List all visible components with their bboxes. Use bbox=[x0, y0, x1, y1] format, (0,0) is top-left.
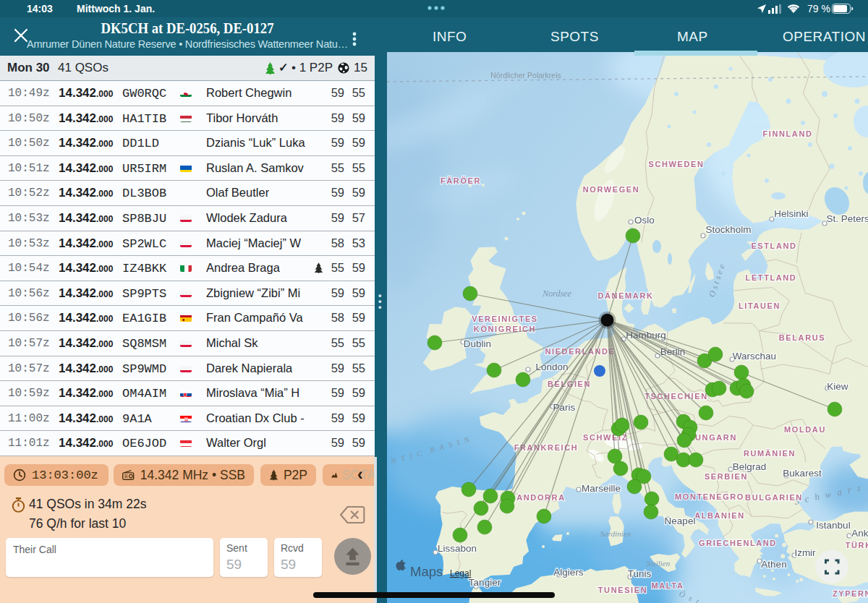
svg-text:Oslo: Oslo bbox=[634, 215, 655, 226]
svg-text:DÄNEMARK: DÄNEMARK bbox=[598, 291, 654, 300]
svg-text:MOLDAU: MOLDAU bbox=[784, 425, 826, 434]
svg-text:Kiew: Kiew bbox=[827, 381, 848, 392]
svg-text:NORWEGEN: NORWEGEN bbox=[583, 185, 640, 194]
svg-text:KÖNIGREICH: KÖNIGREICH bbox=[474, 325, 536, 333]
svg-text:TUNESIEN: TUNESIEN bbox=[598, 586, 647, 594]
svg-text:SERBIEN: SERBIEN bbox=[705, 472, 748, 481]
svg-text:BELARUS: BELARUS bbox=[779, 333, 825, 342]
svg-text:Neapel: Neapel bbox=[665, 516, 696, 526]
svg-text:Stockholm: Stockholm bbox=[705, 224, 751, 235]
svg-text:Belgrad: Belgrad bbox=[733, 461, 767, 472]
svg-text:UNGARN: UNGARN bbox=[695, 433, 737, 442]
svg-text:Helsinki: Helsinki bbox=[774, 208, 808, 219]
svg-text:VEREINIGTES: VEREINIGTES bbox=[472, 315, 538, 323]
svg-text:LETTLAND: LETTLAND bbox=[746, 273, 797, 282]
svg-text:Algiers: Algiers bbox=[553, 567, 584, 578]
svg-text:BULGARIEN: BULGARIEN bbox=[745, 493, 803, 502]
svg-text:Sardinien: Sardinien bbox=[600, 529, 631, 538]
svg-text:ESTLAND: ESTLAND bbox=[751, 241, 796, 250]
svg-text:Izmir: Izmir bbox=[794, 547, 816, 558]
svg-text:Lissabon: Lissabon bbox=[438, 543, 477, 554]
svg-text:Tunis: Tunis bbox=[628, 568, 652, 579]
svg-text:Maps: Maps bbox=[410, 564, 443, 579]
svg-text:TÜRKEI: TÜRKEI bbox=[846, 541, 868, 549]
svg-text:ALBANIEN: ALBANIEN bbox=[694, 511, 745, 520]
svg-text:Tangier: Tangier bbox=[469, 577, 501, 588]
svg-text:MALTA: MALTA bbox=[652, 581, 684, 590]
svg-text:Ank: Ank bbox=[851, 528, 868, 539]
svg-text:Legal: Legal bbox=[450, 568, 471, 578]
svg-text:FÄRÖER: FÄRÖER bbox=[441, 176, 481, 185]
svg-text:MONTENEGRO: MONTENEGRO bbox=[675, 492, 744, 501]
svg-text:ZYPERN: ZYPERN bbox=[833, 589, 868, 598]
svg-text:Dublin: Dublin bbox=[464, 338, 491, 349]
svg-text:Nördlicher Polarkreis: Nördlicher Polarkreis bbox=[490, 71, 561, 80]
svg-text:SCHWEDEN: SCHWEDEN bbox=[649, 160, 705, 168]
svg-text:GRIECHENLAND: GRIECHENLAND bbox=[699, 539, 777, 547]
svg-text:NIEDERLANDE: NIEDERLANDE bbox=[545, 347, 615, 356]
svg-text:Marseille: Marseille bbox=[582, 483, 621, 494]
svg-text:Sizilien: Sizilien bbox=[647, 559, 671, 568]
svg-text:Athen: Athen bbox=[761, 559, 786, 570]
svg-text:Nordsee: Nordsee bbox=[542, 288, 571, 299]
svg-text:FINNLAND: FINNLAND bbox=[762, 129, 812, 138]
svg-text:St. Petersb: St. Petersb bbox=[827, 213, 868, 224]
svg-text:ANDORRA: ANDORRA bbox=[516, 493, 565, 502]
svg-text:Warschau: Warschau bbox=[733, 351, 776, 362]
svg-text:RUMÄNIEN: RUMÄNIEN bbox=[744, 449, 796, 458]
svg-text:Istanbul: Istanbul bbox=[816, 520, 850, 531]
svg-text:LITAUEN: LITAUEN bbox=[739, 302, 780, 310]
svg-text:Bukarest: Bukarest bbox=[783, 468, 822, 479]
